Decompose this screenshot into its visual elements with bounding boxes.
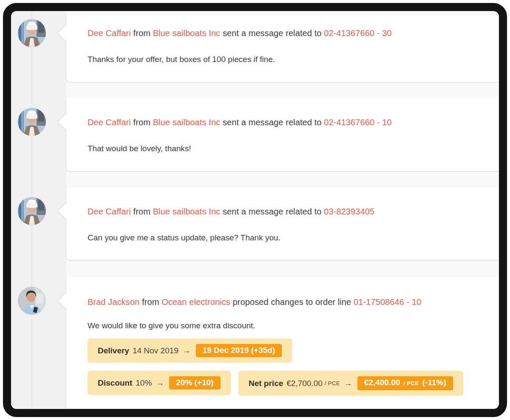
company-link[interactable]: Blue sailboats Inc — [153, 28, 221, 38]
avatar-dee-caffari — [18, 19, 46, 47]
arrow-right-icon: → — [183, 346, 191, 355]
screenshot-frame: Dee Caffari from Blue sailboats Inc sent… — [3, 3, 507, 417]
change-chip-delivery: Delivery 14 Nov 2019 → 19 Dec 2019 (+35d… — [88, 338, 292, 363]
change-label: Discount — [98, 378, 132, 388]
actor-link[interactable]: Dee Caffari — [88, 118, 131, 127]
message-text: That would be lovely, thanks! — [88, 144, 486, 153]
new-delta: (-11%) — [422, 378, 446, 387]
old-value: €2,700.00 — [286, 379, 323, 388]
actor-link[interactable]: Brad Jackson — [88, 297, 139, 307]
old-value: 10% — [136, 378, 152, 388]
order-reference-link[interactable]: 02-41367660 - 30 — [324, 28, 392, 38]
header-text: from — [142, 297, 159, 307]
activity-feed: Dee Caffari from Blue sailboats Inc sent… — [11, 11, 499, 409]
feed-item-header: Dee Caffari from Blue sailboats Inc sent… — [88, 117, 486, 127]
new-value: €2,400.00 — [364, 378, 400, 387]
order-reference-link[interactable]: 01-17508646 - 10 — [354, 297, 422, 307]
person-photo-icon — [18, 19, 46, 47]
company-link[interactable]: Blue sailboats Inc — [153, 118, 221, 127]
person-photo-icon — [18, 287, 46, 315]
arrow-right-icon: → — [156, 378, 164, 388]
feed-card: Dee Caffari from Blue sailboats Inc sent… — [66, 187, 499, 260]
avatar-dee-caffari — [18, 197, 46, 225]
change-chip-discount: Discount 10% → 20% (+10) — [88, 371, 231, 395]
company-link[interactable]: Blue sailboats Inc — [153, 207, 221, 216]
change-label: Net price — [249, 379, 283, 388]
order-reference-link[interactable]: 03-82393405 — [324, 207, 374, 216]
new-value-badge: 20% (+10) — [169, 376, 220, 389]
feed-item-header: Dee Caffari from Blue sailboats Inc sent… — [88, 28, 486, 38]
header-text: from — [133, 28, 150, 38]
avatar-dee-caffari — [18, 108, 46, 136]
header-text: sent a message related to — [223, 118, 322, 127]
feed-item-header: Brad Jackson from Ocean electronics prop… — [88, 297, 486, 307]
message-text: We would like to give you some extra dis… — [88, 321, 486, 330]
header-text: from — [133, 207, 150, 216]
header-text: sent a message related to — [223, 207, 322, 216]
new-value-badge: 19 Dec 2019 (+35d) — [196, 344, 282, 357]
proposed-changes-row: Delivery 14 Nov 2019 → 19 Dec 2019 (+35d… — [88, 338, 486, 363]
person-photo-icon — [18, 108, 46, 136]
arrow-right-icon: → — [344, 379, 352, 388]
order-reference-link[interactable]: 02-41367660 - 10 — [324, 118, 392, 127]
old-unit: / PCE — [325, 380, 340, 386]
header-text: from — [133, 118, 150, 127]
header-text: sent a message related to — [223, 28, 322, 38]
actor-link[interactable]: Dee Caffari — [88, 207, 131, 216]
person-photo-icon — [18, 197, 46, 225]
change-label: Delivery — [98, 346, 129, 355]
message-text: Thanks for your offer, but boxes of 100 … — [88, 54, 486, 64]
change-chip-net-price: Net price €2,700.00 / PCE → €2,400.00 / … — [238, 371, 463, 396]
old-value: 14 Nov 2019 — [133, 346, 178, 355]
company-link[interactable]: Ocean electronics — [162, 297, 230, 307]
avatar-brad-jackson — [18, 287, 46, 315]
new-value-badge: €2,400.00 / PCE (-11%) — [357, 376, 453, 390]
actor-link[interactable]: Dee Caffari — [88, 28, 131, 38]
feed-card: Dee Caffari from Blue sailboats Inc sent… — [66, 97, 499, 171]
message-text: Can you give me a status update, please?… — [88, 233, 486, 242]
header-text: proposed changes to order line — [233, 297, 351, 307]
feed-card: Dee Caffari from Blue sailboats Inc sent… — [66, 15, 499, 82]
feed-card: Brad Jackson from Ocean electronics prop… — [66, 276, 499, 409]
proposed-changes-row: Discount 10% → 20% (+10) Net price €2,70… — [88, 371, 486, 396]
feed-item-header: Dee Caffari from Blue sailboats Inc sent… — [88, 206, 486, 217]
new-unit: / PCE — [404, 380, 419, 386]
